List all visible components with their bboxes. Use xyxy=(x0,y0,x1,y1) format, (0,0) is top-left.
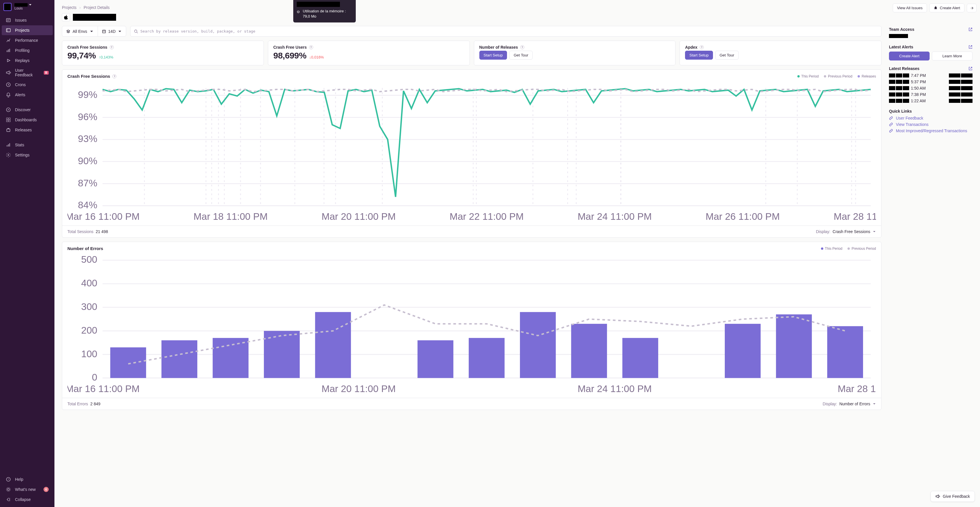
search-bar[interactable] xyxy=(130,26,881,37)
sidebar-item-replays[interactable]: Replays xyxy=(2,56,53,65)
releases-tour-button[interactable]: Get Tour xyxy=(509,51,533,60)
help-icon[interactable]: ? xyxy=(112,74,116,78)
create-alert-button[interactable]: Create Alert xyxy=(929,3,964,13)
settings-button[interactable] xyxy=(967,4,977,13)
svg-rect-86 xyxy=(622,338,658,378)
cfs-chart: 84%87%90%93%96%99%Mar 16 11:00 PMMar 18 … xyxy=(62,83,881,226)
svg-point-23 xyxy=(135,30,137,32)
memory-tooltip: ⊖ Utilisation de la mémoire : 79,0 Mo xyxy=(293,0,356,22)
sidebar-item-issues[interactable]: Issues xyxy=(2,15,53,25)
sidebar-item-performance[interactable]: Performance xyxy=(2,35,53,45)
release-row[interactable]: 1:22 AM xyxy=(889,99,972,103)
panel2-display-select[interactable]: Display: Number of Errors xyxy=(823,402,876,406)
sidebar-item-stats[interactable]: Stats xyxy=(2,140,53,150)
tooltip-icon: ⊖ xyxy=(297,9,300,14)
nav-label: What's new xyxy=(15,487,36,492)
page-title xyxy=(62,11,972,26)
panel1-total-label: Total Sessions xyxy=(67,229,93,234)
panel2-total-label: Total Errors xyxy=(67,402,88,406)
megaphone-icon xyxy=(935,494,940,499)
svg-text:Mar 24 11:00 PM: Mar 24 11:00 PM xyxy=(578,383,652,394)
apdex-setup-button[interactable]: Start Setup xyxy=(685,51,713,60)
help-icon[interactable]: ? xyxy=(110,45,114,49)
topbar-actions: View All Issues Create Alert xyxy=(893,3,977,13)
tooltip-line2: 79,0 Mo xyxy=(303,14,346,19)
releases-setup-button[interactable]: Start Setup xyxy=(479,51,507,60)
svg-text:Mar 28 11:00 PM: Mar 28 11:00 PM xyxy=(834,211,876,222)
help-icon[interactable]: ? xyxy=(700,45,704,49)
crash-free-sessions-panel: Crash Free Sessions? This Period Previou… xyxy=(62,70,881,238)
breadcrumb-root[interactable]: Projects xyxy=(62,5,76,10)
errors-chart: 0100200300400500Mar 16 11:00 PMMar 20 11… xyxy=(62,255,881,398)
svg-rect-85 xyxy=(571,324,607,378)
release-time: 1:50 AM xyxy=(911,86,926,91)
svg-text:Mar 28 11:00 P: Mar 28 11:00 P xyxy=(838,383,876,394)
sidebar-item-collapse[interactable]: Collapse xyxy=(2,494,53,504)
nav-label: Help xyxy=(15,477,23,482)
svg-text:Mar 16 11:00 PM: Mar 16 11:00 PM xyxy=(67,383,140,394)
sidebar-item-crons[interactable]: Crons xyxy=(2,80,53,90)
chevron-down-icon xyxy=(29,3,32,6)
external-link-icon[interactable] xyxy=(969,67,972,71)
external-link-icon[interactable] xyxy=(969,45,972,49)
svg-rect-79 xyxy=(213,338,248,378)
release-row[interactable]: 7:38 PM xyxy=(889,92,972,97)
sidebar-item-help[interactable]: ?Help xyxy=(2,474,53,484)
svg-text:Mar 24 11:00 PM: Mar 24 11:00 PM xyxy=(578,211,652,222)
learn-more-button[interactable]: Learn More xyxy=(932,52,972,60)
apdex-tour-button[interactable]: Get Tour xyxy=(715,51,738,60)
cfs-title: Crash Free Sessions xyxy=(67,45,107,49)
svg-text:500: 500 xyxy=(81,255,97,265)
svg-text:87%: 87% xyxy=(78,178,97,188)
release-row[interactable]: 7:47 PM xyxy=(889,73,972,78)
release-row[interactable]: 1:50 AM xyxy=(889,86,972,91)
dashboards-icon xyxy=(6,117,11,122)
svg-rect-87 xyxy=(725,324,760,378)
sidebar-item-what's-new[interactable]: What's new6 xyxy=(2,485,53,494)
sidebar-item-discover[interactable]: Discover xyxy=(2,105,53,114)
cfu-value: 98,699% xyxy=(274,51,307,60)
sidebar-item-settings[interactable]: Settings xyxy=(2,150,53,160)
external-link-icon[interactable] xyxy=(969,27,972,32)
sidebar-item-profiling[interactable]: Profiling xyxy=(2,46,53,55)
sidebar-item-projects[interactable]: Projects xyxy=(2,25,53,35)
svg-rect-11 xyxy=(6,120,8,122)
time-filter[interactable]: 14D xyxy=(98,26,126,36)
chevron-down-icon xyxy=(873,230,876,233)
panel1-display-select[interactable]: Display: Crash Free Sessions xyxy=(816,229,876,234)
help-icon[interactable]: ? xyxy=(520,45,524,49)
give-feedback-button[interactable]: Give Feedback xyxy=(931,491,975,502)
give-feedback-label: Give Feedback xyxy=(943,494,970,499)
layers-icon xyxy=(66,29,70,33)
svg-rect-82 xyxy=(417,340,453,378)
stats-icon xyxy=(6,142,11,148)
create-alert-label: Create Alert xyxy=(940,6,960,10)
quick-link[interactable]: Most Improved/Regressed Transactions xyxy=(889,129,972,133)
org-user: Louis xyxy=(14,6,32,10)
quick-links-title: Quick Links xyxy=(889,109,912,113)
quick-link[interactable]: View Transactions xyxy=(889,122,972,127)
env-filter-label: All Envs xyxy=(73,29,87,34)
sidebar-item-dashboards[interactable]: Dashboards xyxy=(2,115,53,125)
sidebar-item-releases[interactable]: Releases xyxy=(2,125,53,135)
svg-rect-9 xyxy=(6,118,8,119)
errors-panel: Number of Errors This Period Previous Pe… xyxy=(62,242,881,410)
org-switcher[interactable]: Louis xyxy=(0,2,54,14)
gear-icon xyxy=(970,6,974,10)
sidebar-item-alerts[interactable]: Alerts xyxy=(2,90,53,100)
svg-text:?: ? xyxy=(8,478,9,481)
breadcrumb: Projects › Project Details xyxy=(62,0,972,11)
search-input[interactable] xyxy=(138,26,878,36)
env-filter[interactable]: All Envs xyxy=(62,26,98,36)
quick-link[interactable]: User Feedback xyxy=(889,116,972,121)
view-all-issues-button[interactable]: View All Issues xyxy=(893,3,927,13)
svg-rect-10 xyxy=(9,118,10,119)
side-create-alert-button[interactable]: Create Alert xyxy=(889,52,929,60)
panel1-title: Crash Free Sessions xyxy=(67,74,110,79)
nav-label: Replays xyxy=(15,58,30,63)
release-row[interactable]: 5:37 PM xyxy=(889,79,972,84)
help-icon[interactable]: ? xyxy=(309,45,313,49)
releases-icon xyxy=(6,127,11,132)
svg-rect-12 xyxy=(9,120,10,122)
sidebar-item-user-feedback[interactable]: User FeedbackB xyxy=(2,66,53,79)
